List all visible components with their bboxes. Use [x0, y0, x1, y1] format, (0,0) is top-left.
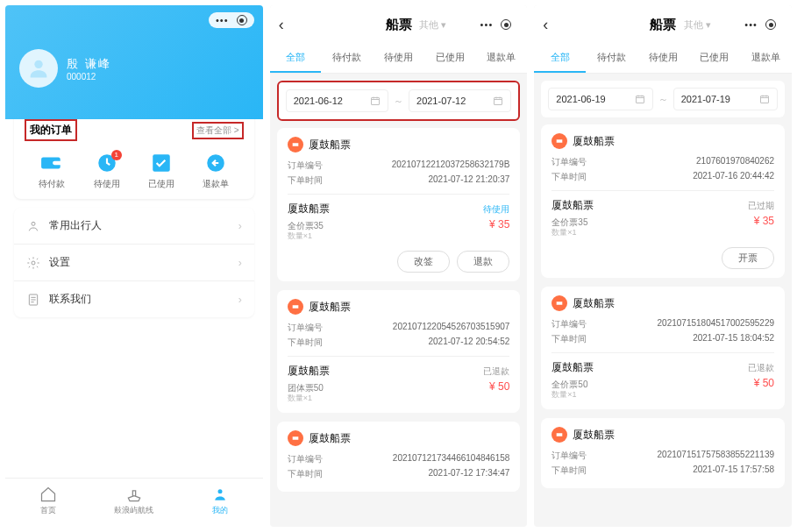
status-clock[interactable]: 1待使用 — [79, 152, 133, 190]
label-orderno: 订单编号 — [551, 450, 587, 462]
svg-rect-10 — [636, 96, 644, 103]
status-label: 已使用 — [134, 178, 189, 190]
order-card: 厦鼓船票订单编号202107121734466104846158下单时间2021… — [277, 422, 521, 492]
status-wallet[interactable]: 待付款 — [25, 152, 79, 190]
other-dropdown[interactable]: 其他 ▾ — [419, 18, 446, 32]
svg-point-4 — [32, 222, 35, 225]
date-separator: ～ — [394, 95, 403, 108]
wallet-icon — [40, 152, 63, 174]
chevron-right-icon: › — [238, 257, 242, 269]
tab-3[interactable]: 已使用 — [424, 44, 476, 73]
user-block: 殷 谦峰 000012 — [19, 49, 249, 88]
status-refund[interactable]: 退款单 — [189, 152, 243, 190]
avatar[interactable] — [19, 49, 58, 88]
menu-pill[interactable] — [473, 17, 519, 32]
view-all-link[interactable]: 查看全部 > — [192, 122, 244, 139]
order-status-row: 待付款1待使用已使用退款单 — [25, 152, 244, 190]
nav-item[interactable]: 我的 — [177, 479, 263, 527]
date-from-input[interactable]: 2021-06-19 — [548, 88, 652, 110]
date-from-input[interactable]: 2021-06-12 — [286, 89, 388, 112]
order-card: 厦鼓船票订单编号2107601970840262下单时间2021-07-16 2… — [541, 124, 785, 278]
order-status: 已退款 — [483, 365, 509, 378]
order-card: 厦鼓船票订单编号202107151757583855221139下单时间2021… — [541, 418, 785, 488]
ticket-icon — [551, 133, 567, 149]
company-name: 厦鼓船票 — [309, 300, 351, 315]
menu-label: 联系我们 — [49, 292, 91, 307]
date-range-row: 2021-06-19 ～ 2021-07-19 — [541, 81, 785, 117]
screen-profile: 殷 谦峰 000012 我的订单 查看全部 > 待付款1待使用已使用退款单 常用… — [5, 5, 263, 527]
date-separator: ～ — [658, 93, 668, 106]
tab-4[interactable]: 退款单 — [740, 44, 792, 73]
nav-label: 鼓浪屿航线 — [91, 505, 177, 516]
ship-icon — [125, 486, 143, 503]
check-icon — [150, 152, 173, 174]
route-name: 厦鼓船票 — [551, 360, 594, 375]
back-icon[interactable]: ‹ — [279, 16, 284, 34]
orders-list: 厦鼓船票订单编号20210712212037258632179B下单时间2021… — [270, 128, 528, 527]
order-no: 202107121734466104846158 — [393, 453, 509, 465]
tab-1[interactable]: 待付款 — [586, 44, 637, 73]
tab-0[interactable]: 全部 — [270, 44, 322, 73]
date-to-input[interactable]: 2021-07-19 — [673, 88, 778, 110]
ticket-icon — [551, 427, 567, 443]
action-button[interactable]: 开票 — [722, 247, 774, 269]
label-ordertime: 下单时间 — [551, 171, 587, 183]
me-icon — [211, 486, 229, 503]
label-orderno: 订单编号 — [288, 160, 323, 172]
back-icon[interactable]: ‹ — [543, 16, 548, 34]
order-card: 厦鼓船票订单编号202107122054526703515907下单时间2021… — [277, 290, 521, 413]
home-icon — [39, 486, 57, 503]
route-name: 厦鼓船票 — [551, 198, 594, 213]
menu-gear[interactable]: 设置› — [14, 245, 254, 281]
label-ordertime: 下单时间 — [288, 174, 323, 187]
dots-icon — [216, 15, 227, 25]
screen-tickets-b: ‹ 船票 其他 ▾ 全部待付款待使用已使用退款单 2021-06-19 ～ 20… — [534, 5, 792, 527]
orders-title: 我的订单 — [25, 119, 77, 141]
order-status: 已退款 — [748, 362, 774, 374]
svg-point-7 — [217, 489, 222, 493]
svg-point-0 — [34, 60, 42, 68]
nav-item[interactable]: 首页 — [5, 479, 91, 527]
status-tabs: 全部待付款待使用已使用退款单 — [534, 44, 792, 74]
bottom-nav: 首页鼓浪屿航线我的 — [5, 478, 263, 527]
tab-4[interactable]: 退款单 — [476, 44, 528, 73]
nav-label: 我的 — [177, 505, 263, 516]
date-to-input[interactable]: 2021-07-12 — [409, 89, 511, 112]
action-button[interactable]: 改签 — [397, 251, 450, 273]
user-id: 000012 — [67, 72, 111, 82]
svg-point-5 — [32, 261, 35, 265]
topbar: ‹ 船票 其他 ▾ — [270, 5, 528, 44]
tab-0[interactable]: 全部 — [534, 44, 586, 73]
tab-3[interactable]: 已使用 — [689, 44, 741, 73]
menu-pill[interactable] — [209, 12, 254, 28]
company-name: 厦鼓船票 — [573, 134, 615, 149]
menu-pill[interactable] — [737, 17, 783, 32]
menu-note[interactable]: 联系我们› — [14, 281, 254, 317]
order-time: 2021-07-12 17:34:47 — [428, 468, 509, 480]
status-check[interactable]: 已使用 — [134, 152, 189, 190]
label-orderno: 订单编号 — [551, 318, 587, 330]
order-no: 202107151757583855221139 — [658, 450, 774, 462]
tab-2[interactable]: 待使用 — [373, 44, 424, 73]
order-status: 待使用 — [483, 203, 509, 216]
order-card: 厦鼓船票订单编号20210712212037258632179B下单时间2021… — [277, 128, 521, 281]
person-icon — [26, 219, 40, 233]
label-ordertime: 下单时间 — [551, 333, 587, 345]
other-dropdown[interactable]: 其他 ▾ — [684, 18, 711, 32]
tab-1[interactable]: 待付款 — [321, 44, 373, 73]
action-button[interactable]: 退款 — [457, 251, 509, 273]
status-label: 待使用 — [79, 178, 133, 190]
note-icon — [26, 293, 40, 307]
route-name: 厦鼓船票 — [288, 202, 330, 216]
company-name: 厦鼓船票 — [309, 138, 351, 153]
menu-person[interactable]: 常用出行人› — [14, 208, 254, 245]
tab-2[interactable]: 待使用 — [637, 44, 689, 73]
target-icon — [237, 15, 247, 25]
page-title: 船票 — [386, 17, 412, 33]
svg-rect-11 — [761, 96, 769, 103]
status-tabs: 全部待付款待使用已使用退款单 — [270, 44, 528, 74]
nav-item[interactable]: 鼓浪屿航线 — [91, 479, 177, 527]
hero-header: 殷 谦峰 000012 — [5, 5, 263, 119]
order-time: 2021-07-15 18:04:52 — [693, 333, 774, 345]
company-name: 厦鼓船票 — [573, 428, 615, 443]
